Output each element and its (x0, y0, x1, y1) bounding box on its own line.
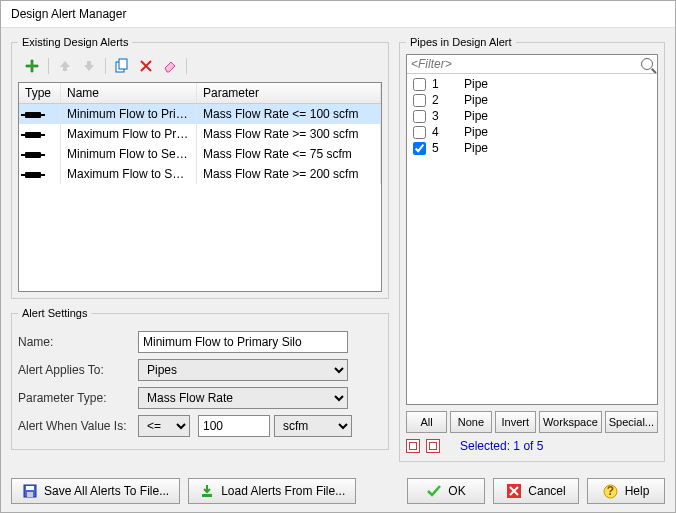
help-label: Help (625, 484, 650, 498)
svg-rect-4 (27, 492, 33, 497)
pipes-group: Pipes in Design Alert 1Pipe2Pipe3Pipe4Pi… (399, 36, 665, 462)
value-input[interactable] (198, 415, 270, 437)
param-cell: Mass Flow Rate <= 100 scfm (197, 104, 381, 124)
pipe-type-icon (25, 172, 41, 178)
alerts-grid-header: Type Name Parameter (19, 83, 381, 104)
pipes-filter-input[interactable] (411, 57, 641, 71)
svg-rect-1 (119, 59, 127, 69)
header-type[interactable]: Type (19, 83, 61, 103)
name-cell: Maximum Flow to Second.. (61, 164, 197, 184)
ptype-select[interactable]: Mass Flow Rate (138, 387, 348, 409)
list-item[interactable]: 3Pipe (409, 108, 655, 124)
save-alerts-label: Save All Alerts To File... (44, 484, 169, 498)
type-cell (19, 104, 61, 124)
applies-label: Alert Applies To: (18, 363, 138, 377)
operator-select[interactable]: <= (138, 415, 190, 437)
grid-view-icon[interactable] (406, 439, 420, 453)
pipes-list[interactable]: 1Pipe2Pipe3Pipe4Pipe5Pipe (407, 74, 657, 404)
name-cell: Minimum Flow to Primar... (61, 104, 197, 124)
pipe-type-icon (25, 132, 41, 138)
type-cell (19, 124, 61, 144)
pipe-label: Pipe (464, 109, 488, 123)
alerts-grid[interactable]: Type Name Parameter Minimum Flow to Prim… (18, 82, 382, 292)
list-item[interactable]: 4Pipe (409, 124, 655, 140)
param-cell: Mass Flow Rate >= 200 scfm (197, 164, 381, 184)
header-name[interactable]: Name (61, 83, 197, 103)
pipe-checkbox[interactable] (413, 142, 426, 155)
window-titlebar: Design Alert Manager (1, 1, 675, 28)
name-label: Name: (18, 335, 138, 349)
help-button[interactable]: ? Help (587, 478, 665, 504)
pipe-type-icon (25, 112, 41, 118)
name-input[interactable] (138, 331, 348, 353)
pipe-number: 4 (432, 125, 458, 139)
erase-icon[interactable] (160, 56, 180, 76)
existing-alerts-group: Existing Design Alerts Type Name Paramet… (11, 36, 389, 299)
select-all-button[interactable]: All (406, 411, 447, 433)
list-item[interactable]: 1Pipe (409, 76, 655, 92)
alert-settings-legend: Alert Settings (18, 307, 91, 319)
when-label: Alert When Value Is: (18, 419, 138, 433)
bottom-bar: Save All Alerts To File... Load Alerts F… (1, 470, 675, 512)
pipe-checkbox[interactable] (413, 78, 426, 91)
check-icon (426, 483, 442, 499)
param-cell: Mass Flow Rate >= 300 scfm (197, 124, 381, 144)
name-cell: Maximum Flow to Primar... (61, 124, 197, 144)
unit-select[interactable]: scfm (274, 415, 352, 437)
name-cell: Minimum Flow to Second.. (61, 144, 197, 164)
pipe-number: 1 (432, 77, 458, 91)
list-item[interactable]: 5Pipe (409, 140, 655, 156)
param-cell: Mass Flow Rate <= 75 scfm (197, 144, 381, 164)
svg-rect-5 (202, 494, 212, 497)
pipe-checkbox[interactable] (413, 126, 426, 139)
cancel-icon (506, 483, 522, 499)
selected-count: Selected: 1 of 5 (460, 439, 543, 453)
pipe-number: 2 (432, 93, 458, 107)
load-alerts-label: Load Alerts From File... (221, 484, 345, 498)
save-alerts-button[interactable]: Save All Alerts To File... (11, 478, 180, 504)
load-alerts-button[interactable]: Load Alerts From File... (188, 478, 356, 504)
pipe-number: 5 (432, 141, 458, 155)
pipe-checkbox[interactable] (413, 94, 426, 107)
svg-rect-3 (26, 486, 34, 490)
existing-alerts-legend: Existing Design Alerts (18, 36, 132, 48)
grid-view2-icon[interactable] (426, 439, 440, 453)
search-icon[interactable] (641, 58, 653, 70)
table-row[interactable]: Minimum Flow to Primar...Mass Flow Rate … (19, 104, 381, 124)
applies-select[interactable]: Pipes (138, 359, 348, 381)
ok-label: OK (448, 484, 465, 498)
cancel-button[interactable]: Cancel (493, 478, 579, 504)
pipe-label: Pipe (464, 141, 488, 155)
table-row[interactable]: Minimum Flow to Second..Mass Flow Rate <… (19, 144, 381, 164)
load-icon (199, 483, 215, 499)
select-workspace-button[interactable]: Workspace (539, 411, 602, 433)
pipe-label: Pipe (464, 125, 488, 139)
select-invert-button[interactable]: Invert (495, 411, 536, 433)
ptype-label: Parameter Type: (18, 391, 138, 405)
pipe-number: 3 (432, 109, 458, 123)
type-cell (19, 164, 61, 184)
table-row[interactable]: Maximum Flow to Second..Mass Flow Rate >… (19, 164, 381, 184)
select-special-button[interactable]: Special... (605, 411, 658, 433)
add-icon[interactable] (22, 56, 42, 76)
alert-settings-group: Alert Settings Name: Alert Applies To: P… (11, 307, 389, 450)
svg-text:?: ? (607, 484, 614, 498)
pipe-type-icon (25, 152, 41, 158)
ok-button[interactable]: OK (407, 478, 485, 504)
list-item[interactable]: 2Pipe (409, 92, 655, 108)
table-row[interactable]: Maximum Flow to Primar...Mass Flow Rate … (19, 124, 381, 144)
header-param[interactable]: Parameter (197, 83, 381, 103)
pipe-checkbox[interactable] (413, 110, 426, 123)
save-icon (22, 483, 38, 499)
alerts-toolbar (18, 54, 382, 82)
help-icon: ? (603, 483, 619, 499)
move-down-icon[interactable] (79, 56, 99, 76)
pipes-legend: Pipes in Design Alert (406, 36, 516, 48)
cancel-label: Cancel (528, 484, 565, 498)
type-cell (19, 144, 61, 164)
copy-icon[interactable] (112, 56, 132, 76)
move-up-icon[interactable] (55, 56, 75, 76)
pipe-label: Pipe (464, 93, 488, 107)
select-none-button[interactable]: None (450, 411, 491, 433)
delete-icon[interactable] (136, 56, 156, 76)
